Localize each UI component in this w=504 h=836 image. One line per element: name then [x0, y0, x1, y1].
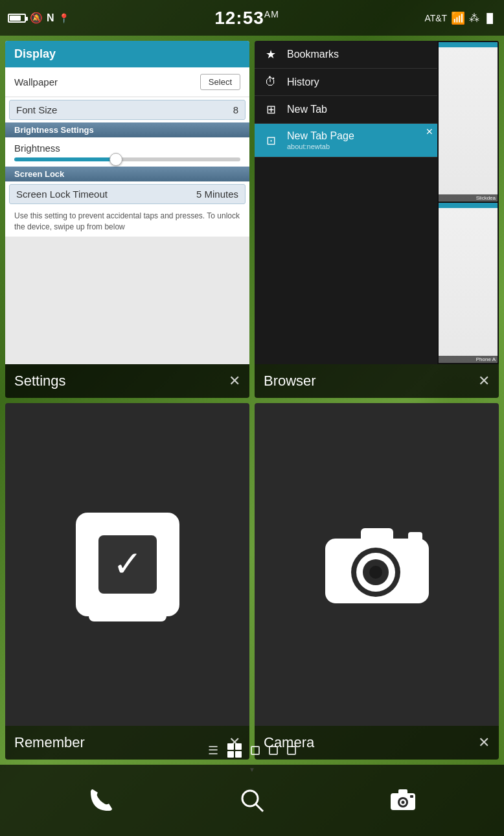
history-label: History: [287, 76, 319, 88]
nav-grid-icon[interactable]: [227, 743, 242, 758]
status-right: AT&T 📶 ⁂ ▐▌: [424, 11, 496, 25]
slider-thumb[interactable]: [109, 153, 122, 166]
browser-card-content: ★ Bookmarks ⏱ History ⊞ New Tab ⊡: [255, 41, 499, 364]
remember-card-content: ✓: [5, 403, 249, 726]
settings-card: Display Wallpaper Select Font Size 8 Bri…: [5, 41, 249, 398]
location-icon: 📍: [58, 13, 69, 23]
browser-close-button[interactable]: ✕: [478, 374, 490, 388]
dock-camera-button[interactable]: [389, 787, 417, 814]
history-icon: ⏱: [264, 75, 278, 89]
camera-icon-wrap: [319, 519, 435, 610]
preview-label-slickdea: Slickdea: [439, 194, 498, 202]
brightness-row: Brightness: [5, 137, 249, 167]
status-time: 12:53AM: [214, 8, 279, 29]
carrier-label: AT&T: [424, 13, 447, 23]
network-icon: N: [47, 12, 54, 24]
checkmark-icon: ✓: [113, 546, 143, 582]
nav-dots: ☰: [0, 737, 504, 763]
signal-icon: ▐▌: [483, 13, 496, 23]
remember-app-icon: ✓: [76, 513, 179, 616]
new-tab-menu-item[interactable]: ⊞ New Tab: [255, 96, 437, 124]
wallpaper-select-button[interactable]: Select: [200, 74, 240, 90]
remember-card: ✓ Remember ✕: [5, 403, 249, 760]
settings-close-button[interactable]: ✕: [229, 374, 240, 388]
preview-label-phonea: Phone A: [439, 356, 498, 363]
brightness-section-header: Brightness Settings: [5, 122, 249, 137]
nav-dot-2[interactable]: [269, 746, 278, 755]
checkmark-box: ✓: [98, 535, 157, 594]
bookmarks-menu-item[interactable]: ★ Bookmarks: [255, 41, 437, 69]
settings-card-header: Display: [5, 41, 249, 67]
wifi-icon: 📶: [451, 11, 465, 25]
svg-rect-2: [408, 532, 422, 541]
new-tab-icon: ⊞: [264, 102, 278, 117]
settings-card-title: Settings: [14, 373, 66, 389]
svg-rect-10: [398, 789, 407, 795]
settings-card-content: Display Wallpaper Select Font Size 8 Bri…: [5, 41, 249, 364]
wallpaper-row: Wallpaper Select: [5, 67, 249, 97]
new-tab-page-url: about:newtab: [287, 143, 354, 150]
nav-dot-3[interactable]: [287, 746, 296, 755]
svg-point-13: [401, 801, 404, 804]
preview-item-slickdea: Slickdea: [439, 42, 498, 202]
screen-lock-section-header: Screen Lock: [5, 167, 249, 181]
preview-item-phonea: Phone A: [439, 203, 498, 362]
history-menu-item[interactable]: ⏱ History: [255, 69, 437, 96]
screen-lock-desc: Use this setting to prevent accidental t…: [5, 207, 249, 237]
status-bar: 🔕 N 📍 12:53AM AT&T 📶 ⁂ ▐▌: [0, 0, 504, 36]
bookmarks-label: Bookmarks: [287, 49, 339, 60]
phone-icon: [87, 787, 115, 814]
bookmarks-icon: ★: [264, 47, 278, 62]
svg-rect-14: [410, 795, 413, 798]
status-left: 🔕 N 📍: [8, 12, 69, 24]
new-tab-page-close-button[interactable]: ✕: [426, 126, 433, 137]
font-size-row: Font Size 8: [9, 100, 246, 120]
svg-line-8: [256, 804, 263, 811]
content-area: Display Wallpaper Select Font Size 8 Bri…: [0, 36, 504, 765]
wallpaper-label: Wallpaper: [14, 76, 58, 87]
settings-card-footer: Settings ✕: [5, 364, 249, 398]
nav-dot-1[interactable]: [251, 746, 260, 755]
browser-preview-panel: Slickdea Phone A: [437, 41, 499, 364]
browser-menu-list: ★ Bookmarks ⏱ History ⊞ New Tab ⊡: [255, 41, 437, 364]
svg-point-7: [242, 791, 258, 806]
new-tab-page-menu-item[interactable]: ⊡ New Tab Page about:newtab ✕: [255, 124, 437, 157]
font-size-value: 8: [233, 104, 238, 115]
screen-lock-value: 5 Minutes: [196, 189, 238, 200]
screen-lock-row: Screen Lock Timeout 5 Minutes: [9, 184, 246, 204]
search-icon: [238, 787, 266, 814]
new-tab-page-label: New Tab Page: [287, 130, 354, 142]
browser-menu: ★ Bookmarks ⏱ History ⊞ New Tab ⊡: [255, 41, 499, 364]
dock-search-button[interactable]: [238, 787, 266, 814]
brightness-slider[interactable]: [14, 157, 240, 161]
camera-card-content: [255, 403, 499, 726]
new-tab-page-info: New Tab Page about:newtab: [287, 130, 354, 150]
svg-rect-1: [361, 528, 393, 542]
browser-card: ★ Bookmarks ⏱ History ⊞ New Tab ⊡: [255, 41, 499, 398]
bottom-dock: [0, 765, 504, 836]
browser-card-footer: Browser ✕: [255, 364, 499, 398]
font-size-label: Font Size: [16, 104, 57, 115]
new-tab-label: New Tab: [287, 104, 327, 115]
battery-icon: [8, 14, 26, 23]
cards-grid: Display Wallpaper Select Font Size 8 Bri…: [0, 36, 504, 765]
camera-app-icon: [319, 519, 435, 610]
brightness-label: Brightness: [14, 143, 240, 154]
svg-point-6: [369, 566, 382, 579]
nav-hamburger-icon[interactable]: ☰: [208, 743, 218, 758]
settings-body: Wallpaper Select Font Size 8 Brightness …: [5, 67, 249, 237]
new-tab-page-icon: ⊡: [264, 134, 278, 148]
silent-icon: 🔕: [30, 12, 43, 24]
dock-phone-button[interactable]: [87, 787, 115, 814]
bb-icon: ⁂: [469, 12, 479, 24]
screen-lock-label: Screen Lock Timeout: [16, 189, 108, 200]
browser-card-title: Browser: [264, 373, 316, 389]
camera-card: Camera ✕: [255, 403, 499, 760]
camera-dock-icon: [389, 787, 417, 814]
